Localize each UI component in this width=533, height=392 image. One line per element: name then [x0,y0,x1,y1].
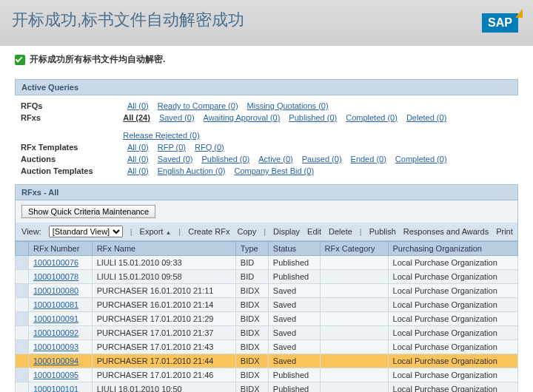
cell-cat [320,368,388,382]
cell-type: BID [235,270,268,284]
page-header: 开标成功,标书文件自动解密成功 SAP [0,0,533,46]
active-queries-panel: Active Queries RFQsAll (0)Ready to Compa… [15,79,518,392]
table-row[interactable]: 1000100078LIULI 15.01.2010 09:58BIDPubli… [16,270,518,284]
col-header[interactable]: RFx Category [320,242,388,256]
query-link[interactable]: All (0) [127,155,149,163]
row-selector[interactable] [16,382,29,393]
cell-cat [320,284,388,298]
rfx-number-link[interactable]: 1000100095 [33,371,78,379]
query-label: Auction Templates [21,166,110,175]
table-row[interactable]: 1000100076LIULI 15.01.2010 09:33BIDPubli… [16,256,518,270]
table-row[interactable]: 1000100094PURCHASER 17.01.2010 21:44BIDX… [16,354,518,368]
create-rfx-button[interactable]: Create RFx [188,227,229,236]
cell-status: Saved [268,340,320,354]
cell-org: Local Purchase Organization [388,326,517,340]
table-row[interactable]: 1000100101LIULI 18.01.2010 10:50BIDXPubl… [16,382,518,393]
query-link[interactable]: Company Best Bid (0) [234,166,314,175]
rfx-number-link[interactable]: 1000100076 [33,258,78,267]
table-row[interactable]: 1000100081PURCHASER 16.01.2010 21:14BIDX… [16,298,518,312]
query-link[interactable]: All (24) [123,113,150,122]
query-row: RFx TemplatesAll (0)RFP (0)RFQ (0) [21,141,512,153]
col-header[interactable]: Type [235,242,268,256]
page-title: 开标成功,标书文件自动解密成功 [12,9,244,31]
query-link[interactable]: Release Rejected (0) [123,131,199,140]
export-button[interactable]: Export ▲ [140,227,172,236]
cell-org: Local Purchase Organization [388,312,517,326]
query-link[interactable]: Published (0) [289,113,337,122]
query-link[interactable]: Awaiting Approval (0) [204,113,281,122]
delete-button[interactable]: Delete [329,227,352,236]
cell-status: Published [268,368,320,382]
rfx-number-link[interactable]: 1000100081 [33,300,78,309]
row-selector[interactable] [16,312,29,326]
row-selector[interactable] [16,284,29,298]
table-row[interactable]: 1000100092PURCHASER 17.01.2010 21:37BIDX… [16,326,518,340]
query-link[interactable]: Paused (0) [302,155,342,163]
rfx-number-link[interactable]: 1000100101 [33,385,78,392]
query-link[interactable]: RFP (0) [158,143,186,152]
cell-type: BIDX [235,340,268,354]
row-selector[interactable] [16,298,29,312]
query-link[interactable]: Deleted (0) [406,113,446,122]
cell-type: BIDX [235,312,268,326]
cell-status: Saved [268,284,320,298]
cell-name: LIULI 15.01.2010 09:33 [92,256,235,270]
query-link[interactable]: Completed (0) [395,155,447,163]
row-selector[interactable] [16,368,29,382]
rfx-number-link[interactable]: 1000100094 [33,356,78,365]
query-link[interactable]: Completed (0) [346,113,398,122]
query-label: RFQs [21,101,110,110]
query-link[interactable]: Ended (0) [351,155,386,163]
criteria-row: Show Quick Criteria Maintenance [15,200,518,223]
query-link[interactable]: RFQ (0) [195,143,224,152]
rfx-number-link[interactable]: 1000100080 [33,286,78,295]
rfx-number-link[interactable]: 1000100093 [33,342,78,351]
cell-org: Local Purchase Organization [388,340,517,354]
print-button[interactable]: Print [496,227,513,236]
col-header[interactable]: Purchasing Organization [388,242,517,256]
view-label: View: [21,227,41,236]
cell-name: LIULI 18.01.2010 10:50 [92,382,235,393]
cell-name: PURCHASER 16.01.2010 21:11 [92,284,235,298]
cell-name: PURCHASER 17.01.2010 21:29 [92,312,235,326]
query-link[interactable]: All (0) [127,166,149,175]
cell-name: PURCHASER 17.01.2010 21:44 [92,354,235,368]
cell-type: BIDX [235,284,268,298]
show-criteria-button[interactable]: Show Quick Criteria Maintenance [21,205,155,218]
responses-button[interactable]: Responses and Awards [403,227,489,236]
rfx-number-link[interactable]: 1000100091 [33,314,78,323]
rfx-number-link[interactable]: 1000100092 [33,328,78,337]
table-row[interactable]: 1000100093PURCHASER 17.01.2010 21:43BIDX… [16,340,518,354]
cell-cat [320,382,388,393]
row-selector[interactable] [16,256,29,270]
cell-cat [320,312,388,326]
table-row[interactable]: 1000100091PURCHASER 17.01.2010 21:29BIDX… [16,312,518,326]
cell-org: Local Purchase Organization [388,382,517,393]
row-selector[interactable] [16,340,29,354]
query-link[interactable]: All (0) [127,101,149,110]
copy-button[interactable]: Copy [237,227,256,236]
row-selector[interactable] [16,270,29,284]
view-select[interactable]: [Standard View] [49,226,123,237]
cell-cat [320,326,388,340]
col-header[interactable]: RFx Number [29,242,93,256]
rfx-number-link[interactable]: 1000100078 [33,272,78,281]
row-selector[interactable] [16,326,29,340]
display-button[interactable]: Display [273,227,300,236]
query-link[interactable]: Ready to Compare (0) [158,101,238,110]
cell-cat [320,256,388,270]
col-header[interactable]: RFx Name [92,242,235,256]
row-selector[interactable] [16,354,29,368]
table-row[interactable]: 1000100095PURCHASER 17.01.2010 21:46BIDX… [16,368,518,382]
publish-button[interactable]: Publish [369,227,396,236]
query-link[interactable]: Saved (0) [159,113,195,122]
query-link[interactable]: All (0) [127,143,149,152]
query-link[interactable]: English Auction (0) [158,166,226,175]
col-header[interactable]: Status [268,242,320,256]
query-link[interactable]: Published (0) [201,155,249,163]
query-link[interactable]: Active (0) [258,155,292,163]
edit-button[interactable]: Edit [307,227,321,236]
query-link[interactable]: Saved (0) [158,155,193,163]
table-row[interactable]: 1000100080PURCHASER 16.01.2010 21:11BIDX… [16,284,518,298]
query-link[interactable]: Missing Quotations (0) [247,101,329,110]
